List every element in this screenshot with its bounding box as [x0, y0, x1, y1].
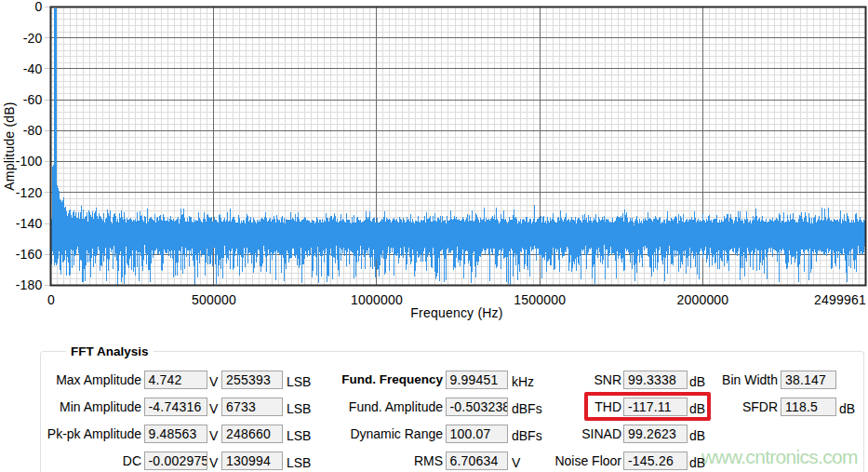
svg-text:-180: -180 — [16, 277, 43, 292]
svg-text:1500000: 1500000 — [514, 292, 566, 307]
svg-text:-20: -20 — [23, 31, 43, 46]
svg-text:-160: -160 — [16, 247, 43, 262]
svg-text:-140: -140 — [16, 216, 43, 231]
svg-text:Amplitude (dB): Amplitude (dB) — [2, 101, 17, 190]
svg-text:2000000: 2000000 — [676, 292, 728, 307]
svg-text:1000000: 1000000 — [351, 292, 403, 307]
svg-text:Frequency (Hz): Frequency (Hz) — [410, 305, 502, 320]
svg-text:-40: -40 — [23, 61, 43, 76]
svg-text:0: 0 — [35, 0, 43, 14]
svg-text:-120: -120 — [16, 185, 43, 200]
svg-text:500000: 500000 — [192, 292, 236, 307]
svg-text:-60: -60 — [23, 92, 43, 107]
svg-text:0: 0 — [47, 292, 55, 307]
svg-text:-100: -100 — [16, 154, 43, 169]
svg-text:2499961: 2499961 — [814, 292, 866, 307]
svg-text:-80: -80 — [23, 123, 43, 138]
